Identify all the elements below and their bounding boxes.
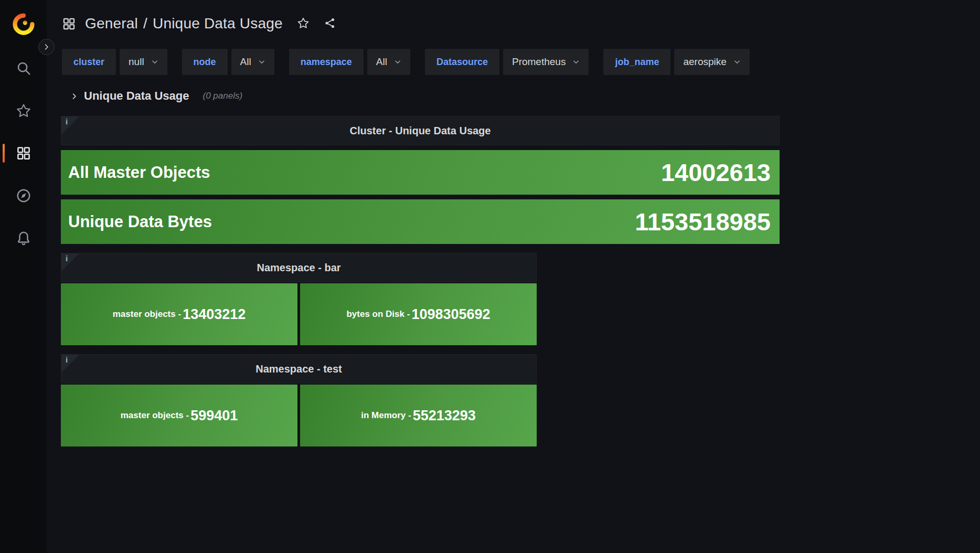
panel-cluster-unique-data-usage: i Cluster - Unique Data Usage All Master… (61, 116, 780, 244)
panel-info-corner[interactable]: i (61, 116, 79, 134)
variable-job-name-value: aerospike (683, 56, 726, 68)
main-area: General / Unique Data Usage cluster null (47, 0, 980, 455)
stat-label: in Memory - (361, 410, 411, 421)
panel-namespace-test: i Namespace - test master objects - 5994… (61, 354, 537, 446)
sidebar-item-dashboards[interactable] (0, 142, 47, 165)
info-icon: i (66, 355, 68, 364)
variable-namespace-select[interactable]: All (367, 49, 410, 75)
variable-datasource-select[interactable]: Prometheus (503, 49, 589, 75)
panel-title[interactable]: Namespace - bar (257, 262, 340, 274)
compass-icon (16, 188, 31, 204)
panel-header: i Namespace - test (61, 354, 537, 384)
row-panel-count: (0 panels) (203, 91, 243, 101)
dashboard-header: General / Unique Data Usage (47, 0, 980, 47)
stat-value: 599401 (190, 408, 238, 424)
dashboards-grid-icon (16, 145, 31, 161)
sidebar-nav (0, 57, 47, 250)
variable-job-name-select[interactable]: aerospike (674, 49, 749, 75)
variable-node-select[interactable]: All (231, 49, 274, 75)
stat-value: 13403212 (183, 306, 246, 323)
stat-value: 1098305692 (411, 306, 490, 323)
stat-tiles: master objects - 599401 in Memory - 5521… (61, 385, 537, 446)
variable-job-name: job_name aerospike (603, 49, 749, 75)
info-icon: i (66, 117, 68, 126)
chevron-down-icon (733, 58, 741, 66)
share-icon (324, 17, 336, 29)
star-dashboard-button[interactable] (297, 17, 310, 31)
variable-node-value: All (240, 56, 251, 68)
panel-title[interactable]: Cluster - Unique Data Usage (350, 125, 491, 137)
variable-cluster-select[interactable]: null (120, 49, 167, 75)
sidebar-item-alerting[interactable] (0, 227, 47, 250)
variable-cluster-value: null (129, 56, 144, 68)
stat-test-in-memory: in Memory - 55213293 (300, 385, 537, 446)
chevron-right-icon (42, 43, 50, 51)
bell-icon (16, 230, 31, 246)
breadcrumb-section[interactable]: General (85, 15, 138, 32)
variable-node-label: node (182, 49, 228, 75)
sidebar (0, 0, 47, 553)
search-icon (16, 60, 31, 76)
variable-datasource-value: Prometheus (512, 56, 566, 68)
panel-info-corner[interactable]: i (61, 253, 79, 271)
grafana-logo[interactable] (12, 13, 35, 36)
variable-namespace: namespace All (289, 49, 410, 75)
panel-info-corner[interactable]: i (61, 355, 79, 373)
row-header-unique-data-usage[interactable]: Unique Data Usage (0 panels) (70, 86, 980, 106)
share-dashboard-button[interactable] (324, 17, 336, 31)
dashboard-apps-icon (62, 17, 76, 31)
sidebar-item-explore[interactable] (0, 184, 47, 207)
stat-value: 14002613 (661, 158, 771, 187)
stat-all-master-objects: All Master Objects 14002613 (61, 150, 780, 195)
stat-label: master objects - (113, 309, 181, 320)
breadcrumb: General / Unique Data Usage (85, 15, 283, 32)
grafana-flame-icon (12, 13, 35, 36)
sidebar-item-starred[interactable] (0, 99, 47, 122)
stat-bar-bytes-on-disk: bytes on Disk - 1098305692 (300, 283, 537, 345)
breadcrumb-page-title: Unique Data Usage (153, 15, 283, 32)
variable-datasource-label: Datasource (425, 49, 499, 75)
variable-cluster: cluster null (62, 49, 167, 75)
variables-bar: cluster null node All namespace All Data… (62, 49, 980, 75)
star-icon (297, 17, 310, 29)
variable-datasource: Datasource Prometheus (425, 49, 589, 75)
variable-node: node All (182, 49, 274, 75)
stat-bar-master-objects: master objects - 13403212 (61, 283, 297, 345)
stat-test-master-objects: master objects - 599401 (61, 385, 297, 446)
star-icon (16, 103, 31, 119)
info-icon: i (66, 254, 68, 263)
variable-namespace-label: namespace (289, 49, 364, 75)
stat-value: 1153518985 (635, 207, 771, 236)
chevron-down-icon (258, 58, 265, 66)
sidebar-item-search[interactable] (0, 57, 47, 80)
chevron-down-icon (394, 58, 401, 66)
stat-label: master objects - (121, 410, 189, 421)
chevron-down-icon (572, 58, 580, 66)
stat-label: All Master Objects (68, 163, 210, 182)
stat-label: Unique Data Bytes (68, 212, 212, 231)
variable-namespace-value: All (376, 56, 387, 68)
sidebar-expand-button[interactable] (38, 39, 55, 55)
stat-value: 55213293 (413, 408, 476, 424)
panel-header: i Cluster - Unique Data Usage (61, 116, 780, 145)
chevron-right-icon (70, 92, 78, 100)
panel-namespace-bar: i Namespace - bar master objects - 13403… (61, 253, 537, 345)
stat-unique-data-bytes: Unique Data Bytes 1153518985 (61, 199, 780, 244)
stat-tiles: master objects - 13403212 bytes on Disk … (61, 283, 537, 345)
variable-job-name-label: job_name (603, 49, 670, 75)
panel-title[interactable]: Namespace - test (255, 363, 342, 375)
stat-label: bytes on Disk - (346, 309, 410, 320)
panel-header: i Namespace - bar (61, 253, 537, 282)
variable-cluster-label: cluster (62, 49, 116, 75)
breadcrumb-separator: / (143, 15, 147, 32)
row-title: Unique Data Usage (84, 89, 189, 103)
chevron-down-icon (151, 58, 158, 66)
dashboard-grid: i Cluster - Unique Data Usage All Master… (61, 116, 980, 446)
